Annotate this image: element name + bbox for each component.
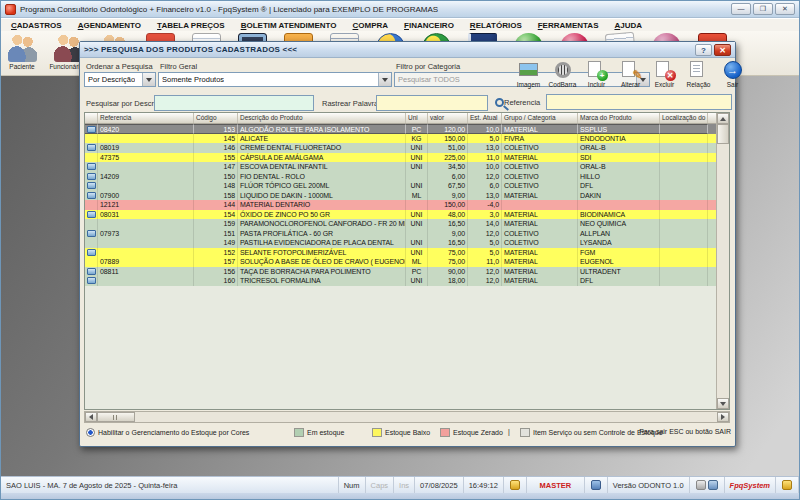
menu-item[interactable]: BOLETIM ATENDIMENTO [233, 21, 345, 30]
product-row[interactable]: 08420153ALGODÃO ROLETE PARA ISOLAMENTOPC… [85, 124, 716, 134]
cell-valor: 48,00 [428, 210, 468, 220]
cell-marca: EUGENOL [578, 257, 660, 267]
codbarra-button[interactable]: CodBarra [548, 59, 577, 88]
cell-est: 10,0 [468, 124, 502, 134]
cell-est: 12,0 [468, 267, 502, 277]
stock-color-toggle[interactable]: Habilitar o Gerenciamento do Estoque por… [86, 428, 249, 437]
cell-ref: 47375 [98, 153, 194, 163]
column-header[interactable]: Grupo / Categoria [502, 113, 578, 123]
product-row[interactable]: 07973151PASTA PROFILÁTICA - 60 GR9,0012,… [85, 229, 716, 239]
relacao-button[interactable]: Relação [684, 59, 713, 88]
cell-marca: ALLPLAN [578, 229, 660, 239]
menu-item[interactable]: TABELA PREÇOS [149, 21, 233, 30]
column-header[interactable]: Uni [406, 113, 428, 123]
track-words-input[interactable] [376, 95, 488, 111]
search-description-input[interactable] [154, 95, 314, 111]
reference-input[interactable] [546, 94, 732, 110]
dialog-help-button[interactable]: ? [695, 44, 712, 56]
vertical-scrollbar[interactable] [716, 113, 729, 409]
status-brand-icon-segment [776, 477, 799, 493]
cell-desc: SOLUÇÃO A BASE DE ÓLEO DE CRAVO ( EUGENO… [238, 257, 406, 267]
horizontal-scrollbar[interactable] [84, 411, 730, 423]
cell-marca: ORAL-B [578, 143, 660, 153]
incluir-button[interactable]: +Incluir [582, 59, 611, 88]
toolbar-button[interactable]: Paciente [7, 33, 37, 75]
chevron-down-icon[interactable] [142, 73, 155, 86]
vertical-scroll-thumb[interactable] [717, 124, 729, 144]
product-row[interactable]: 08811156TAÇA DE BORRACHA PARA POLIMENTOP… [85, 267, 716, 277]
column-header[interactable]: Código [194, 113, 238, 123]
cell-est: 13,0 [468, 191, 502, 201]
cell-desc: ALICATE [238, 134, 406, 144]
cell-valor: 34,50 [428, 162, 468, 172]
close-button[interactable]: ✕ [775, 3, 795, 15]
cell-loc [660, 191, 708, 201]
product-row[interactable]: 148FLÚOR TÓPICO GEL 200MLUNI67,506,0COLE… [85, 181, 716, 191]
product-image-icon [87, 144, 96, 151]
minimize-button[interactable]: — [731, 3, 751, 15]
product-row[interactable]: 159PARAMONOCLOROFENOL CANFORADO - FR 20 … [85, 219, 716, 229]
column-header[interactable]: valor [428, 113, 468, 123]
scroll-left-icon[interactable] [85, 412, 97, 422]
column-header[interactable] [85, 113, 98, 123]
general-filter-select[interactable]: Somente Produtos [158, 72, 392, 87]
column-header[interactable]: Marca do Produto [578, 113, 660, 123]
imagem-button[interactable]: Imagem [514, 59, 543, 88]
cell-valor: 16,50 [428, 238, 468, 248]
cell-loc [660, 257, 708, 267]
product-row[interactable]: 152SELANTE FOTOPOLIMERIZÁVELUNI75,005,0M… [85, 248, 716, 258]
product-row[interactable]: 08019146CREME DENTAL FLUORETADOUNI51,001… [85, 143, 716, 153]
menu-item[interactable]: FERRAMENTAS [530, 21, 607, 30]
product-row[interactable]: 07900158LIQUIDO DE DAKIN - 1000MLML9,001… [85, 191, 716, 201]
cell-valor: 18,00 [428, 276, 468, 286]
cell-valor: 6,00 [428, 172, 468, 182]
product-row[interactable]: 07889157SOLUÇÃO A BASE DE ÓLEO DE CRAVO … [85, 257, 716, 267]
order-search-select[interactable]: Por Descrição [84, 72, 156, 87]
cell-ref [98, 162, 194, 172]
menu-item[interactable]: CADASTROS [3, 21, 70, 30]
sair-button[interactable]: →Sair [718, 59, 747, 88]
cell-code: 150 [194, 172, 238, 182]
product-row[interactable]: 160TRICRESOL FORMALINAUNI18,0012,0MATERI… [85, 276, 716, 286]
menu-item[interactable]: FINANCEIRO [396, 21, 462, 30]
search-icon[interactable] [495, 98, 504, 107]
menu-item[interactable]: COMPRA [345, 21, 397, 30]
note-icon [510, 480, 520, 490]
cell-marca: ORAL-B [578, 162, 660, 172]
column-header[interactable]: Referencia [98, 113, 194, 123]
product-row[interactable]: 47375155CÁPSULA DE AMÁLGAMAUNI225,0011,0… [85, 153, 716, 163]
scroll-right-icon[interactable] [717, 412, 729, 422]
cell-valor: 225,00 [428, 153, 468, 163]
column-header[interactable]: Descrição do Produto [238, 113, 406, 123]
legend-separator: | [508, 428, 510, 435]
cell-code: 154 [194, 210, 238, 220]
product-row[interactable]: 147ESCOVA DENTAL INFANTILUNI34,5010,0COL… [85, 162, 716, 172]
cell-code: 159 [194, 219, 238, 229]
column-header[interactable]: Localização do Produto [660, 113, 708, 123]
product-row[interactable]: 14209150FIO DENTAL - ROLO6,0012,0COLETIV… [85, 172, 716, 182]
status-capslock: Caps [366, 477, 395, 493]
cell-code: 151 [194, 229, 238, 239]
dialog-close-button[interactable]: ✕ [714, 44, 731, 56]
excluir-button[interactable]: ✕Excluir [650, 59, 679, 88]
maximize-button[interactable]: ❐ [753, 3, 773, 15]
alterar-button[interactable]: ✎Alterar [616, 59, 645, 88]
product-row[interactable]: 12121144MATERIAL DENTARIO150,00-4,0 [85, 200, 716, 210]
product-row[interactable]: 145ALICATEKG150,005,0FIVRAENDODONTIA [85, 134, 716, 144]
cell-valor: 9,00 [428, 229, 468, 239]
cell-uni: ML [406, 257, 428, 267]
radio-checked-icon[interactable] [86, 428, 95, 437]
codbarra-icon [551, 59, 575, 81]
product-row[interactable]: 149PASTILHA EVIDENCIADORA DE PLACA DENTA… [85, 238, 716, 248]
scroll-down-icon[interactable] [717, 398, 729, 409]
horizontal-scroll-thumb[interactable] [97, 412, 135, 422]
chevron-down-icon[interactable] [378, 73, 391, 86]
product-row[interactable]: 08031154ÓXIDO DE ZINCO PO 50 GRUNI48,003… [85, 210, 716, 220]
cell-uni: UNI [406, 248, 428, 258]
column-header[interactable]: Est. Atual [468, 113, 502, 123]
menu-item[interactable]: RELATÓRIOS [462, 21, 530, 30]
menu-item[interactable]: AGENDAMENTO [70, 21, 149, 30]
menu-item[interactable]: AJUDA [606, 21, 650, 30]
scroll-up-icon[interactable] [717, 113, 729, 124]
status-date: 07/08/2025 [415, 477, 464, 493]
